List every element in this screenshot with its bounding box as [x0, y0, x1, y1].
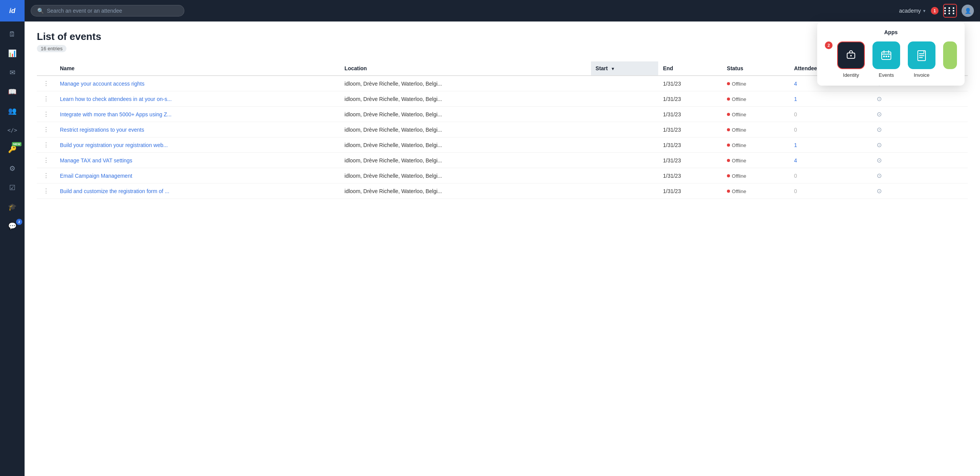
row-menu-cell: ⋮	[37, 183, 55, 199]
col-start[interactable]: Start ▼	[591, 61, 659, 76]
email-icon: ✉	[10, 68, 15, 77]
row-menu-icon[interactable]: ⋮	[41, 142, 51, 148]
app-item-identity[interactable]: Identity	[837, 41, 865, 78]
users-icon: 👥	[8, 107, 17, 115]
user-avatar[interactable]: 👤	[962, 5, 974, 17]
event-link[interactable]: Learn how to check attendees in at your …	[60, 96, 172, 102]
status-dot-icon	[727, 98, 730, 101]
status-badge: Offline	[727, 127, 746, 133]
sidebar-item-analytics[interactable]: 📊	[0, 44, 25, 63]
row-details-cell: ⊙	[872, 107, 968, 122]
row-location-cell: idloom, Drève Richelle, Waterloo, Belgi.…	[340, 183, 591, 199]
status-label: Offline	[732, 127, 746, 133]
status-dot-icon	[727, 190, 730, 193]
sidebar-item-email[interactable]: ✉	[0, 63, 25, 82]
sidebar-item-calendar[interactable]: 🗓	[0, 25, 25, 44]
events-label: Events	[879, 72, 894, 78]
row-name-cell: Manage TAX and VAT settings	[55, 153, 340, 168]
status-label: Offline	[732, 173, 746, 179]
status-label: Offline	[732, 81, 746, 87]
row-status-cell: Offline	[722, 137, 790, 153]
table-row: ⋮ Learn how to check attendees in at you…	[37, 91, 968, 107]
row-details-cell: ⊙	[872, 168, 968, 183]
table-row: ⋮ Integrate with more than 5000+ Apps us…	[37, 107, 968, 122]
details-icon[interactable]: ⊙	[877, 188, 882, 194]
row-menu-cell: ⋮	[37, 153, 55, 168]
apps-grid-layout: 2 Identity	[825, 41, 957, 78]
sidebar-item-integrations[interactable]: 🔑 NEW	[0, 140, 25, 159]
sidebar-item-settings[interactable]: ⚙	[0, 159, 25, 178]
identity-icon	[837, 41, 865, 69]
event-link[interactable]: Build and customize the registration for…	[60, 188, 169, 194]
row-menu-icon[interactable]: ⋮	[41, 126, 51, 133]
details-icon[interactable]: ⊙	[877, 96, 882, 102]
status-badge: Offline	[727, 112, 746, 117]
row-menu-icon[interactable]: ⋮	[41, 111, 51, 117]
row-menu-cell: ⋮	[37, 76, 55, 91]
row-attendees-cell: 1	[790, 137, 872, 153]
entries-count: 16 entries	[37, 45, 66, 52]
account-name: academy	[899, 8, 921, 14]
apps-button[interactable]	[943, 4, 957, 18]
event-link[interactable]: Build your registration your registratio…	[60, 142, 168, 148]
gear-icon: ⚙	[9, 164, 15, 173]
sidebar-logo[interactable]: id	[0, 0, 25, 21]
row-menu-icon[interactable]: ⋮	[41, 157, 51, 164]
sidebar-item-book[interactable]: 📖	[0, 82, 25, 101]
attendees-count: 1	[794, 96, 797, 102]
event-link[interactable]: Manage TAX and VAT settings	[60, 157, 132, 164]
app-item-events[interactable]: Events	[872, 41, 900, 78]
event-link[interactable]: Restrict registrations to your events	[60, 127, 144, 133]
sidebar-item-code[interactable]: </>	[0, 121, 25, 140]
row-location-cell: idloom, Drève Richelle, Waterloo, Belgi.…	[340, 107, 591, 122]
row-menu-icon[interactable]: ⋮	[41, 80, 51, 87]
search-bar[interactable]: 🔍 Search an event or an attendee	[31, 5, 184, 17]
status-dot-icon	[727, 113, 730, 116]
attendees-count: 0	[794, 173, 797, 179]
col-name: Name	[55, 61, 340, 76]
row-details-cell: ⊙	[872, 183, 968, 199]
row-menu-icon[interactable]: ⋮	[41, 172, 51, 179]
attendees-count: 4	[794, 81, 797, 87]
row-start-cell	[591, 153, 659, 168]
status-badge: Offline	[727, 173, 746, 179]
sidebar-item-graduation[interactable]: 🎓	[0, 197, 25, 217]
sidebar-item-checklist[interactable]: ☑	[0, 178, 25, 197]
event-link[interactable]: Email Campaign Management	[60, 173, 132, 179]
row-menu-icon[interactable]: ⋮	[41, 96, 51, 102]
identity-label: Identity	[843, 72, 859, 78]
status-label: Offline	[732, 188, 746, 194]
analytics-icon: 📊	[8, 49, 17, 58]
account-selector[interactable]: academy ▼	[899, 8, 926, 14]
details-icon[interactable]: ⊙	[877, 142, 882, 148]
row-status-cell: Offline	[722, 76, 790, 91]
sidebar-nav: 🗓 📊 ✉ 📖 👥 </> 🔑 NEW ⚙ ☑ 🎓 💬	[0, 21, 25, 476]
event-link[interactable]: Manage your account access rights	[60, 81, 144, 87]
row-menu-cell: ⋮	[37, 107, 55, 122]
details-icon[interactable]: ⊙	[877, 111, 882, 117]
details-icon[interactable]: ⊙	[877, 126, 882, 133]
row-end-cell: 1/31/23	[658, 91, 722, 107]
row-menu-cell: ⋮	[37, 168, 55, 183]
row-start-cell	[591, 183, 659, 199]
app-item-invoice[interactable]: Invoice	[908, 41, 935, 78]
row-attendees-cell: 0	[790, 122, 872, 137]
search-placeholder: Search an event or an attendee	[47, 8, 122, 14]
sort-icon: ▼	[611, 66, 615, 71]
sidebar-item-users[interactable]: 👥	[0, 101, 25, 121]
event-link[interactable]: Integrate with more than 5000+ Apps usin…	[60, 111, 172, 117]
status-badge: Offline	[727, 158, 746, 164]
row-menu-icon[interactable]: ⋮	[41, 188, 51, 194]
details-icon[interactable]: ⊙	[877, 157, 882, 164]
svg-rect-3	[883, 56, 885, 57]
row-start-cell	[591, 168, 659, 183]
status-label: Offline	[732, 112, 746, 117]
attendees-count: 4	[794, 157, 797, 164]
new-badge: NEW	[12, 142, 22, 146]
row-location-cell: idloom, Drève Richelle, Waterloo, Belgi.…	[340, 122, 591, 137]
row-details-cell: ⊙	[872, 153, 968, 168]
details-icon[interactable]: ⊙	[877, 172, 882, 179]
row-start-cell	[591, 76, 659, 91]
sidebar-item-chat[interactable]: 💬 2	[0, 217, 25, 236]
row-location-cell: idloom, Drève Richelle, Waterloo, Belgi.…	[340, 91, 591, 107]
